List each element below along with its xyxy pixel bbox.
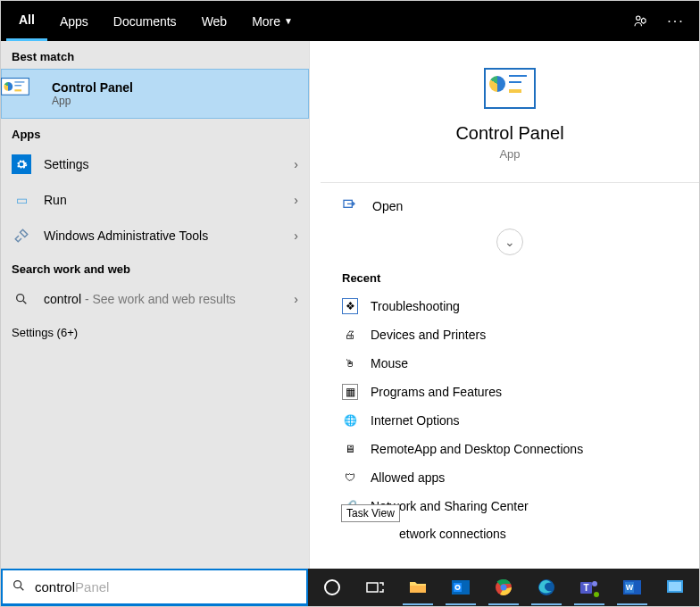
apps-header: Apps — [1, 119, 309, 146]
recent-item[interactable]: 🛡Allowed apps — [321, 463, 699, 492]
file-explorer-button[interactable] — [397, 570, 438, 605]
result-web-search[interactable]: control - See work and web results › — [1, 281, 309, 317]
recent-item[interactable]: etwork connections — [321, 520, 699, 547]
open-icon — [342, 197, 360, 214]
cortana-button[interactable] — [312, 570, 353, 605]
tab-apps[interactable]: Apps — [47, 1, 101, 41]
mouse-icon: 🖱 — [342, 355, 358, 371]
feedback-icon[interactable] — [622, 13, 658, 29]
chrome-button[interactable] — [483, 570, 524, 605]
search-tab-bar: All Apps Documents Web More▼ ··· — [1, 1, 699, 41]
svg-point-1 — [17, 295, 24, 302]
chevron-right-icon: › — [294, 157, 298, 171]
search-icon — [12, 578, 26, 596]
work-web-header: Search work and web — [1, 254, 309, 281]
outlook-button[interactable] — [440, 570, 481, 605]
result-label: Settings — [44, 157, 294, 171]
start-search-window: All Apps Documents Web More▼ ··· Best ma… — [0, 0, 700, 607]
best-match-title: Control Panel — [52, 80, 133, 95]
svg-point-13 — [502, 586, 506, 590]
svg-point-0 — [637, 16, 641, 21]
svg-point-10 — [456, 586, 459, 589]
result-admin-tools[interactable]: Windows Administrative Tools › — [1, 218, 309, 254]
teams-button[interactable]: T — [569, 570, 610, 605]
preview-subtitle: App — [321, 147, 699, 161]
task-view-button[interactable] — [354, 570, 396, 605]
preview-title: Control Panel — [321, 123, 699, 144]
best-match-sub: App — [52, 95, 133, 107]
taskview-tooltip: Task View — [341, 504, 400, 522]
result-settings[interactable]: Settings › — [1, 146, 309, 182]
best-match-result[interactable]: Control Panel App — [1, 69, 309, 119]
tab-web[interactable]: Web — [189, 1, 240, 41]
control-panel-icon — [12, 79, 41, 108]
search-typed-text: control — [35, 579, 75, 595]
control-panel-icon — [484, 68, 536, 109]
results-panel: Best match Control Panel App Apps Settin… — [1, 41, 309, 569]
search-icon — [12, 289, 31, 309]
svg-rect-23 — [669, 582, 681, 591]
remoteapp-icon: 🖥 — [342, 441, 358, 457]
recent-item[interactable]: 🖥RemoteApp and Desktop Connections — [321, 435, 699, 463]
svg-point-4 — [325, 580, 339, 595]
recent-header: Recent — [321, 271, 699, 292]
search-input[interactable]: control Panel — [1, 569, 308, 606]
gear-icon — [12, 154, 31, 174]
firewall-icon: 🛡 — [342, 470, 358, 486]
recent-item[interactable]: 🌐Internet Options — [321, 406, 699, 435]
open-action[interactable]: Open — [321, 188, 699, 223]
settings-more-link[interactable]: Settings (6+) — [1, 317, 309, 348]
chevron-right-icon: › — [294, 193, 298, 207]
preview-panel: Control Panel App Open ⌄ Recent ❖Trouble… — [309, 41, 699, 569]
search-autocomplete: Panel — [75, 579, 109, 595]
separator — [321, 182, 699, 183]
bottom-bar: control Panel T W — [1, 569, 699, 606]
best-match-header: Best match — [1, 41, 309, 69]
svg-point-17 — [592, 581, 597, 586]
recent-item[interactable]: 🖨Devices and Printers — [321, 320, 699, 349]
run-icon: ▭ — [12, 190, 31, 210]
word-button[interactable]: W — [612, 570, 653, 605]
svg-rect-6 — [410, 586, 426, 593]
internet-icon: 🌐 — [342, 412, 358, 428]
tab-documents[interactable]: Documents — [101, 1, 189, 41]
open-label: Open — [372, 199, 403, 213]
result-label: Windows Administrative Tools — [44, 229, 294, 243]
troubleshoot-icon: ❖ — [342, 298, 358, 314]
svg-point-3 — [14, 580, 21, 587]
programs-icon: ▦ — [342, 384, 358, 400]
tab-all[interactable]: All — [6, 1, 47, 41]
result-label: Run — [44, 193, 294, 207]
chevron-down-icon: ▼ — [284, 16, 293, 26]
app-button[interactable] — [654, 570, 696, 605]
chevron-down-icon: ⌄ — [504, 235, 515, 249]
svg-text:T: T — [583, 583, 588, 593]
more-options-icon[interactable]: ··· — [658, 13, 694, 29]
svg-text:W: W — [626, 583, 634, 592]
devices-icon: 🖨 — [342, 327, 358, 343]
result-run[interactable]: ▭ Run › — [1, 182, 309, 218]
recent-item[interactable]: 🖱Mouse — [321, 349, 699, 378]
tab-more[interactable]: More▼ — [239, 1, 305, 41]
svg-point-18 — [594, 592, 599, 597]
svg-rect-5 — [367, 583, 378, 592]
chevron-right-icon: › — [294, 292, 298, 306]
admin-tools-icon — [12, 226, 31, 245]
edge-button[interactable] — [526, 570, 567, 605]
recent-item[interactable]: ❖Troubleshooting — [321, 292, 699, 320]
expand-button[interactable]: ⌄ — [496, 229, 523, 255]
taskbar: T W — [308, 569, 699, 606]
result-label: control - See work and web results — [44, 292, 294, 306]
recent-item[interactable]: ▦Programs and Features — [321, 378, 699, 406]
chevron-right-icon: › — [294, 229, 298, 243]
